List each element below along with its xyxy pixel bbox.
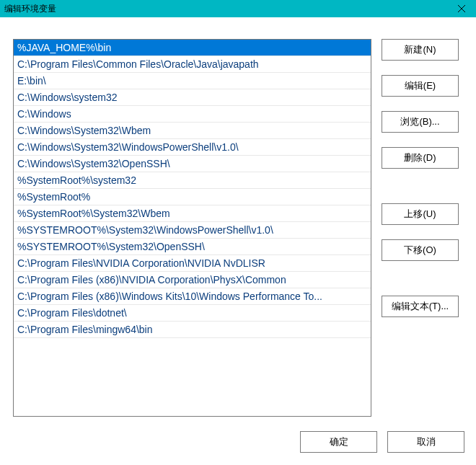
- list-item[interactable]: %SystemRoot%: [14, 189, 371, 205]
- list-item[interactable]: C:\Program Files (x86)\NVIDIA Corporatio…: [14, 272, 371, 288]
- spacer: [382, 183, 459, 203]
- ok-button[interactable]: 确定: [300, 431, 377, 453]
- list-item[interactable]: C:\Windows: [14, 106, 371, 123]
- title-bar: 编辑环境变量: [0, 0, 476, 17]
- list-item[interactable]: C:\Program Files\Common Files\Oracle\Jav…: [14, 56, 371, 73]
- list-item[interactable]: C:\Program Files (x86)\Windows Kits\10\W…: [14, 288, 371, 305]
- list-item[interactable]: C:\Windows\System32\Wbem: [14, 123, 371, 139]
- close-button[interactable]: [447, 0, 476, 17]
- list-item[interactable]: C:\Windows\System32\OpenSSH\: [14, 156, 371, 172]
- list-item[interactable]: %SystemRoot%\System32\Wbem: [14, 205, 371, 222]
- dialog-footer: 确定 取消: [0, 428, 476, 461]
- list-item[interactable]: C:\Program Files\mingw64\bin: [14, 322, 371, 338]
- dialog-title: 编辑环境变量: [4, 0, 56, 17]
- list-item[interactable]: %SystemRoot%\system32: [14, 172, 371, 189]
- list-item[interactable]: %JAVA_HOME%\bin: [14, 40, 371, 56]
- move-up-button[interactable]: 上移(U): [382, 203, 459, 225]
- new-button[interactable]: 新建(N): [382, 39, 459, 61]
- list-item[interactable]: C:\Windows\System32\WindowsPowerShell\v1…: [14, 139, 371, 156]
- path-listbox[interactable]: %JAVA_HOME%\binC:\Program Files\Common F…: [13, 39, 371, 417]
- edit-text-button[interactable]: 编辑文本(T)...: [382, 296, 459, 317]
- side-button-panel: 新建(N) 编辑(E) 浏览(B)... 删除(D) 上移(U) 下移(O) 编…: [382, 39, 459, 417]
- close-icon: [458, 5, 465, 12]
- cancel-button[interactable]: 取消: [387, 431, 464, 453]
- edit-button[interactable]: 编辑(E): [382, 75, 459, 97]
- list-item[interactable]: C:\Windows\system32: [14, 89, 371, 106]
- delete-button[interactable]: 删除(D): [382, 147, 459, 169]
- list-item[interactable]: C:\Program Files\dotnet\: [14, 305, 371, 322]
- list-item[interactable]: %SYSTEMROOT%\System32\OpenSSH\: [14, 239, 371, 255]
- move-down-button[interactable]: 下移(O): [382, 239, 459, 261]
- dialog-content: %JAVA_HOME%\binC:\Program Files\Common F…: [0, 17, 476, 428]
- list-item[interactable]: %SYSTEMROOT%\System32\WindowsPowerShell\…: [14, 222, 371, 239]
- list-item[interactable]: C:\Program Files\NVIDIA Corporation\NVID…: [14, 255, 371, 272]
- spacer: [382, 275, 459, 296]
- browse-button[interactable]: 浏览(B)...: [382, 111, 459, 133]
- list-item[interactable]: E:\bin\: [14, 73, 371, 89]
